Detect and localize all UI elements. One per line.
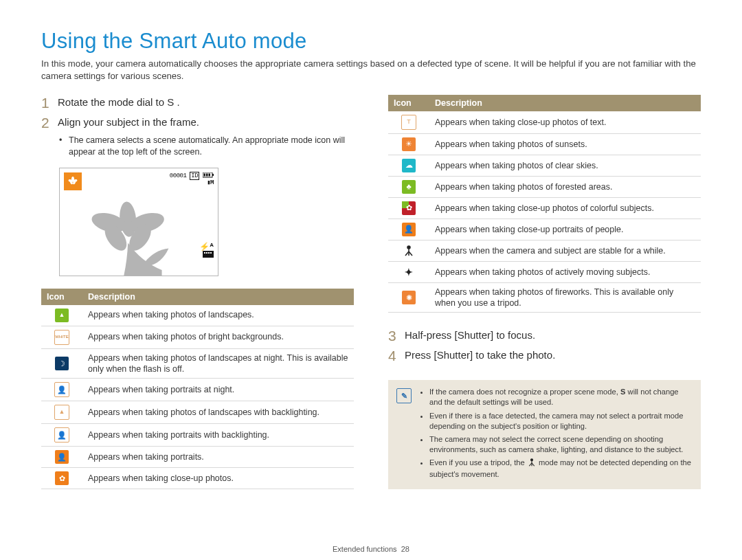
table-row: ▲Appears when taking photos of landscape… <box>41 401 354 424</box>
right-column: Icon Description TAppears when taking cl… <box>388 95 701 490</box>
page-title: Using the Smart Auto mode <box>41 29 701 54</box>
fireworks-icon: ✺ <box>402 291 416 304</box>
macro-mode-icon <box>64 172 82 190</box>
svg-rect-13 <box>206 173 208 176</box>
macro-text-icon: T <box>401 115 416 130</box>
note-item: If the camera does not recognize a prope… <box>429 387 691 407</box>
table-row: Appears when the camera and subject are … <box>388 240 701 261</box>
th-desc: Description <box>82 289 354 305</box>
sub-bullet: • The camera selects a scene automatical… <box>59 135 354 158</box>
sky-icon: ☁ <box>402 159 416 172</box>
tripod-icon <box>402 244 416 258</box>
table-row: 👤Appears when taking portraits with back… <box>41 424 354 447</box>
portrait-icon: 👤 <box>55 450 69 464</box>
table-row: ☽Appears when taking photos of landscape… <box>41 348 354 379</box>
night-portrait-icon: 👤 <box>54 382 69 397</box>
table-row: ♣Appears when taking photos of forested … <box>388 176 701 197</box>
step-1: 1 Rotate the mode dial to S . <box>41 95 354 111</box>
table-row: ✺Appears when taking photos of fireworks… <box>388 282 701 313</box>
table-row: ✿Appears when taking close-up photos. <box>41 468 354 489</box>
svg-rect-15 <box>203 251 214 258</box>
svg-rect-14 <box>209 173 211 176</box>
tripod-inline-icon <box>527 458 537 469</box>
table-row: ✦Appears when taking photos of actively … <box>388 261 701 282</box>
step-number: 2 <box>41 115 58 131</box>
night-landscape-icon: ☽ <box>55 357 69 370</box>
action-icon: ✦ <box>402 265 416 279</box>
svg-point-25 <box>530 459 532 461</box>
table-row: ☀Appears when taking photos of sunsets. <box>388 133 701 155</box>
step-2: 2 Align your subject in the frame. <box>41 115 354 131</box>
svg-rect-12 <box>204 173 206 176</box>
landscape-icon: ▲ <box>55 309 69 322</box>
preview-flash-icon: ⚡A <box>199 243 214 259</box>
table-row: 👤Appears when taking close-up portraits … <box>388 219 701 240</box>
note-icon: ✎ <box>396 388 412 403</box>
forest-icon: ♣ <box>402 180 416 194</box>
step-number: 4 <box>388 348 405 363</box>
left-icon-table: Icon Description ▲Appears when taking ph… <box>41 289 354 490</box>
table-row: ▲Appears when taking photos of landscape… <box>41 305 354 326</box>
svg-rect-11 <box>212 174 214 176</box>
backlight-portrait-icon: 👤 <box>54 427 69 443</box>
note-item: Even if you use a tripod, the mode may n… <box>429 458 691 480</box>
svg-rect-19 <box>210 252 212 254</box>
note-box: ✎ If the camera does not recognize a pro… <box>388 380 701 489</box>
table-row: TAppears when taking close-up photos of … <box>388 111 701 134</box>
macro-portrait-icon: 👤 <box>402 223 416 236</box>
svg-rect-17 <box>206 252 207 254</box>
step-number: 3 <box>388 328 405 344</box>
table-row: ☁Appears when taking photos of clear ski… <box>388 155 701 176</box>
step-text: Rotate the mode dial to S . <box>58 95 180 108</box>
step-3: 3 Half-press [Shutter] to focus. <box>388 328 701 344</box>
step-text: Align your subject in the frame. <box>58 115 199 128</box>
preview-counter: 00001 ID ▮M <box>170 172 214 188</box>
sub-bullet-text: The camera selects a scene automatically… <box>69 135 354 158</box>
note-item: Even if there is a face detected, the ca… <box>429 411 691 432</box>
right-icon-table: Icon Description TAppears when taking cl… <box>388 95 701 313</box>
svg-point-20 <box>407 246 410 249</box>
page-footer: Extended functions 28 <box>0 545 742 553</box>
left-column: 1 Rotate the mode dial to S . 2 Align yo… <box>41 95 354 490</box>
th-desc: Description <box>429 95 701 111</box>
th-icon: Icon <box>388 95 429 111</box>
table-row: 👤Appears when taking portraits at night. <box>41 379 354 401</box>
svg-rect-18 <box>208 252 210 254</box>
macro-icon: ✿ <box>55 471 69 485</box>
th-icon: Icon <box>41 289 82 305</box>
macro-color-icon: ✿ <box>402 201 416 215</box>
step-4: 4 Press [Shutter] to take the photo. <box>388 348 701 363</box>
intro-text: In this mode, your camera automatically … <box>41 58 701 82</box>
step-text: Half-press [Shutter] to focus. <box>405 328 535 341</box>
bright-bg-icon: WHITE <box>54 330 69 345</box>
svg-rect-16 <box>204 252 205 254</box>
sunset-icon: ☀ <box>402 137 416 151</box>
step-text: Press [Shutter] to take the photo. <box>405 348 555 361</box>
table-row: ✿Appears when taking close-up photos of … <box>388 197 701 219</box>
step-number: 1 <box>41 95 58 111</box>
backlight-landscape-icon: ▲ <box>54 405 69 420</box>
note-item: The camera may not select the correct sc… <box>429 434 691 455</box>
table-row: 👤Appears when taking portraits. <box>41 447 354 468</box>
camera-preview: 00001 ID ▮M ⚡A <box>59 168 218 276</box>
table-row: WHITEAppears when taking photos of brigh… <box>41 326 354 348</box>
